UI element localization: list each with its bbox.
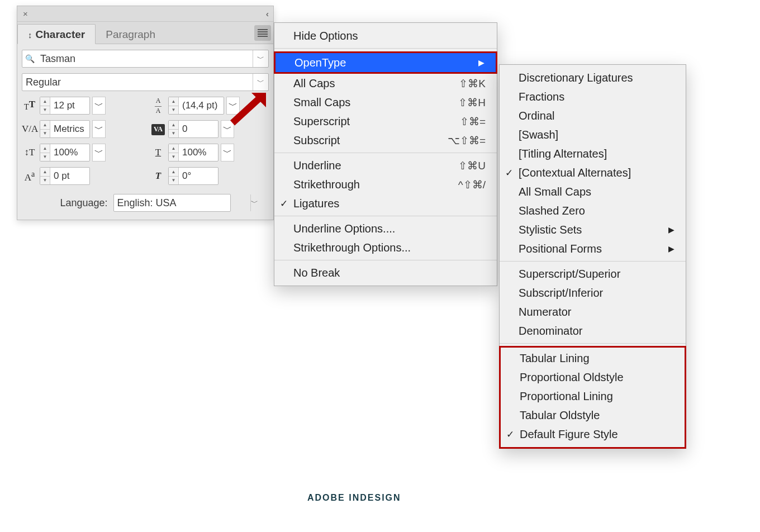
spinner-buttons[interactable]: ▲▼ [40, 144, 50, 161]
chevron-down-icon[interactable]: ﹀ [92, 144, 106, 162]
menu-separator [500, 343, 686, 344]
kerning-input[interactable] [50, 121, 89, 137]
spinner-buttons[interactable]: ▲▼ [40, 97, 50, 114]
skew-icon: T [150, 170, 166, 182]
menu-item-titling-alternates[interactable]: [Titling Alternates] [500, 144, 686, 163]
font-style-combo[interactable]: ﹀ [22, 73, 269, 91]
font-family-combo[interactable]: 🔍 ﹀ [22, 50, 269, 68]
tab-bar: ↕ Character Paragraph [17, 22, 273, 44]
menu-item-denominator[interactable]: Denominator [500, 321, 686, 340]
chevron-down-icon[interactable]: ﹀ [92, 97, 106, 115]
menu-item-slashed-zero[interactable]: Slashed Zero [500, 201, 686, 220]
menu-item-numerator[interactable]: Numerator [500, 302, 686, 321]
caption-label: ADOBE INDESIGN [307, 493, 401, 503]
menu-item-no-break[interactable]: No Break [274, 263, 497, 282]
menu-item-opentype[interactable]: OpenType ▶ [276, 53, 496, 72]
menu-item-swash[interactable]: [Swash] [500, 125, 686, 144]
font-family-input[interactable] [37, 50, 253, 67]
menu-item-small-caps[interactable]: Small Caps ⇧⌘H [274, 93, 497, 112]
language-input[interactable] [114, 194, 250, 211]
menu-item-stylistic-sets[interactable]: Stylistic Sets ▶ [500, 220, 686, 239]
chevron-down-icon[interactable]: ﹀ [253, 50, 268, 67]
chevron-down-icon[interactable]: ﹀ [92, 120, 106, 138]
menu-item-fractions[interactable]: Fractions [500, 87, 686, 106]
menu-item-subscript[interactable]: Subscript ⌥⇧⌘= [274, 131, 497, 150]
vscale-stepper[interactable]: ▲▼ [40, 144, 90, 162]
menu-separator [274, 48, 497, 49]
vscale-icon: ↕T [22, 147, 37, 158]
chevron-down-icon[interactable]: ﹀ [253, 74, 268, 91]
menu-item-strikethrough[interactable]: Strikethrough ^⇧⌘/ [274, 175, 497, 194]
tab-character[interactable]: ↕ Character [17, 24, 96, 44]
font-size-stepper[interactable]: ▲▼ [40, 97, 90, 115]
menu-item-subscript-inferior[interactable]: Subscript/Inferior [500, 283, 686, 302]
submenu-arrow-icon: ▶ [652, 244, 674, 253]
menu-item-strikethrough-options[interactable]: Strikethrough Options... [274, 238, 497, 257]
baseline-stepper[interactable]: ▲▼ [40, 167, 90, 185]
menu-item-superscript[interactable]: Superscript ⇧⌘= [274, 112, 497, 131]
leading-icon: A—A [150, 98, 166, 113]
shortcut-label: ⇧⌘= [443, 115, 486, 128]
close-icon[interactable]: × [21, 9, 30, 18]
font-style-input[interactable] [22, 74, 253, 91]
skew-stepper[interactable]: ▲▼ [168, 167, 218, 185]
tab-paragraph[interactable]: Paragraph [96, 24, 165, 44]
leading-input[interactable] [179, 97, 224, 114]
chevron-down-icon[interactable]: ﹀ [221, 144, 234, 162]
menu-item-all-small-caps[interactable]: All Small Caps [500, 182, 686, 201]
menu-item-underline[interactable]: Underline ⇧⌘U [274, 156, 497, 175]
chevron-down-icon[interactable]: ﹀ [250, 194, 258, 211]
hscale-input[interactable] [179, 144, 218, 161]
shortcut-label: ⇧⌘K [442, 77, 486, 90]
font-size-icon: TT [22, 99, 37, 112]
menu-separator [274, 260, 497, 260]
menu-separator [274, 153, 497, 153]
spinner-buttons[interactable]: ▲▼ [40, 121, 50, 137]
menu-item-all-caps[interactable]: All Caps ⇧⌘K [274, 74, 497, 93]
menu-item-discretionary-ligatures[interactable]: Discretionary Ligatures [500, 68, 686, 87]
kerning-stepper[interactable]: ▲▼ [40, 120, 90, 138]
tracking-stepper[interactable]: ▲▼ [168, 120, 218, 138]
sort-icon: ↕ [28, 30, 32, 40]
font-size-input[interactable] [50, 97, 89, 114]
submenu-arrow-icon: ▶ [462, 58, 484, 67]
shortcut-label: ⇧⌘H [441, 96, 486, 109]
leading-stepper[interactable]: ▲▼ [168, 97, 224, 115]
menu-item-tabular-lining[interactable]: Tabular Lining [501, 349, 685, 368]
vscale-input[interactable] [50, 144, 89, 161]
tracking-icon: VA [150, 123, 166, 135]
opentype-submenu: Discretionary Ligatures Fractions Ordina… [499, 64, 686, 449]
menu-item-underline-options[interactable]: Underline Options.... [274, 219, 497, 238]
menu-item-ordinal[interactable]: Ordinal [500, 106, 686, 125]
spinner-buttons[interactable]: ▲▼ [169, 144, 179, 161]
hscale-stepper[interactable]: ▲▼ [168, 144, 218, 162]
submenu-arrow-icon: ▶ [652, 225, 674, 234]
baseline-input[interactable] [50, 168, 89, 184]
menu-item-proportional-oldstyle[interactable]: Proportional Oldstyle [501, 368, 685, 387]
menu-item-positional-forms[interactable]: Positional Forms ▶ [500, 239, 686, 258]
tracking-input[interactable] [179, 121, 218, 137]
search-icon: 🔍 [22, 50, 37, 67]
menu-item-default-figure-style[interactable]: ✓ Default Figure Style [501, 425, 685, 444]
skew-input[interactable] [179, 168, 218, 184]
spinner-buttons[interactable]: ▲▼ [40, 168, 50, 184]
spinner-buttons[interactable]: ▲▼ [169, 121, 179, 137]
checkmark-icon: ✓ [505, 167, 513, 179]
shortcut-label: ^⇧⌘/ [441, 178, 486, 191]
menu-item-hide-options[interactable]: Hide Options [274, 26, 497, 45]
menu-item-ligatures[interactable]: ✓ Ligatures [274, 194, 497, 213]
flyout-menu-button[interactable] [254, 25, 271, 41]
menu-item-proportional-lining[interactable]: Proportional Lining [501, 387, 685, 406]
tab-label: Character [36, 28, 86, 41]
menu-item-tabular-oldstyle[interactable]: Tabular Oldstyle [501, 406, 685, 425]
shortcut-label: ⇧⌘U [441, 159, 486, 172]
menu-item-superscript-superior[interactable]: Superscript/Superior [500, 264, 686, 283]
spinner-buttons[interactable]: ▲▼ [169, 168, 179, 184]
language-combo[interactable]: ﹀ [113, 194, 231, 212]
spinner-buttons[interactable]: ▲▼ [169, 97, 179, 114]
character-flyout-menu: Hide Options OpenType ▶ All Caps ⇧⌘K Sma… [274, 22, 497, 286]
checkmark-icon: ✓ [280, 198, 288, 210]
menu-item-contextual-alternates[interactable]: ✓ [Contextual Alternates] [500, 163, 686, 182]
collapse-icon[interactable]: ‹‹ [266, 10, 270, 18]
shortcut-label: ⌥⇧⌘= [431, 134, 486, 147]
